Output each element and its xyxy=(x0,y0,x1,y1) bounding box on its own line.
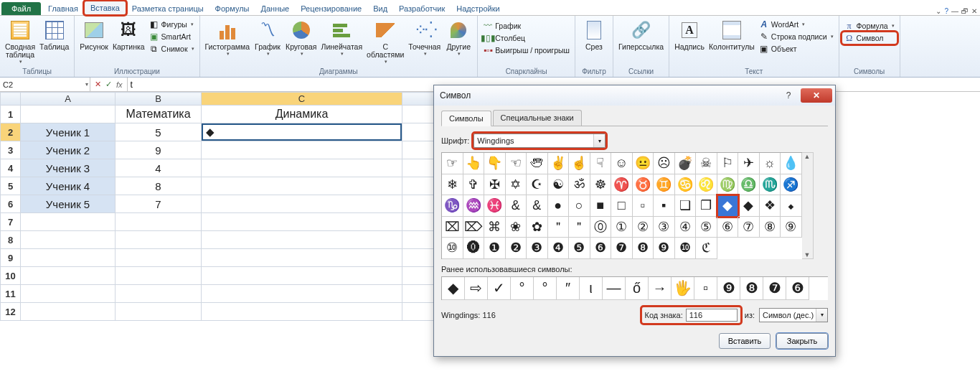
sparkline-winloss-button[interactable]: ▪▫▪Выигрыш / проигрыш xyxy=(481,45,572,56)
slicer-button[interactable]: Срез xyxy=(578,17,610,52)
char-cell[interactable]: ✌ xyxy=(548,153,570,174)
recent-char-cell[interactable]: ι xyxy=(580,277,603,300)
chart-scatter-button[interactable]: ⁘⁛Точечная▾ xyxy=(406,17,443,58)
char-cell[interactable]: ⬥ xyxy=(781,195,802,217)
cell-C9[interactable] xyxy=(202,249,402,267)
fx-icon[interactable]: fx xyxy=(116,80,123,89)
char-cell[interactable]: ⑨ xyxy=(781,217,802,238)
chart-area-button[interactable]: С областями▾ xyxy=(364,17,406,66)
char-cell[interactable]: & xyxy=(527,195,548,217)
dialog-tab-symbols[interactable]: Символы xyxy=(441,111,491,126)
char-cell[interactable]: ❼ xyxy=(611,238,633,259)
equation-button[interactable]: πФормула▾ xyxy=(842,20,897,32)
chart-pie-button[interactable]: Круговая▾ xyxy=(283,17,319,58)
char-cell[interactable]: ☞ xyxy=(442,153,463,174)
cell-C10[interactable] xyxy=(202,267,402,285)
char-cell[interactable]: ① xyxy=(611,217,633,238)
tab-view[interactable]: Вид xyxy=(367,2,393,15)
char-cell[interactable]: 👆 xyxy=(463,153,485,174)
chevron-down-icon[interactable]: ▾ xyxy=(816,309,827,322)
cell-C5[interactable] xyxy=(202,177,402,195)
row-header[interactable]: 5 xyxy=(1,177,21,195)
recent-char-cell[interactable]: ❻ xyxy=(786,277,809,300)
char-cell[interactable]: ⑤ xyxy=(696,217,717,238)
char-cell[interactable]: ❻ xyxy=(590,238,612,259)
char-cell[interactable]: ✡ xyxy=(506,174,527,196)
char-cell[interactable]: □ xyxy=(611,195,633,217)
cell-B9[interactable] xyxy=(116,249,202,267)
char-cell[interactable]: ❄ xyxy=(442,174,463,196)
char-cell[interactable]: ⌘ xyxy=(484,217,506,238)
dialog-close-icon[interactable]: ✕ xyxy=(801,88,832,103)
chart-line-button[interactable]: 〽График▾ xyxy=(252,17,283,58)
char-cell[interactable]: ❀ xyxy=(506,217,527,238)
recent-char-cell[interactable]: ❾ xyxy=(717,277,740,300)
chart-column-button[interactable]: Гистограмма▾ xyxy=(203,17,253,58)
headerfooter-button[interactable]: Колонтитулы xyxy=(707,17,757,52)
tab-developer[interactable]: Разработчик xyxy=(393,2,451,15)
char-cell[interactable]: ℭ xyxy=(696,238,717,259)
cell-A3[interactable]: Ученик 2 xyxy=(21,141,116,159)
char-cell[interactable]: ♓ xyxy=(484,195,506,217)
cell-B7[interactable] xyxy=(116,213,202,231)
recent-char-cell[interactable]: ⇨ xyxy=(465,277,488,300)
char-cell[interactable]: ② xyxy=(633,217,654,238)
enter-icon[interactable]: ✓ xyxy=(105,80,112,89)
char-cell[interactable]: ॐ xyxy=(569,174,590,196)
recent-char-cell[interactable]: ő xyxy=(626,277,649,300)
row-header[interactable]: 12 xyxy=(1,303,21,321)
symbol-button[interactable]: ΩСимвол xyxy=(842,32,897,44)
hyperlink-button[interactable]: 🔗Гиперссылка xyxy=(616,17,666,52)
row-header[interactable]: 11 xyxy=(1,285,21,303)
cell-A7[interactable] xyxy=(21,213,116,231)
file-tab[interactable]: Файл xyxy=(1,2,41,15)
char-cell[interactable]: ☯ xyxy=(548,174,570,196)
char-cell[interactable]: ✿ xyxy=(527,217,548,238)
char-cell[interactable]: ❿ xyxy=(675,238,697,259)
chart-other-button[interactable]: Другие▾ xyxy=(443,17,474,58)
char-cell[interactable]: ♐ xyxy=(781,174,802,196)
char-cell[interactable]: 🖑 xyxy=(527,153,548,174)
char-cell[interactable]: ♈ xyxy=(611,174,633,196)
char-cell[interactable]: ▫ xyxy=(633,195,654,217)
shapes-button[interactable]: ◧Фигуры▾ xyxy=(147,19,197,30)
cell-B1[interactable]: Математика xyxy=(116,106,202,123)
char-cell[interactable]: ❽ xyxy=(633,238,654,259)
cell-A5[interactable]: Ученик 4 xyxy=(21,177,116,195)
char-cell[interactable]: ⓿ xyxy=(463,238,485,259)
recent-char-cell[interactable]: ✓ xyxy=(488,277,511,300)
tab-home[interactable]: Главная xyxy=(42,2,84,15)
dialog-titlebar[interactable]: Символ ? ✕ xyxy=(434,85,835,106)
smartart-button[interactable]: ▣SmartArt xyxy=(147,31,197,42)
char-cell[interactable]: ♉ xyxy=(633,174,654,196)
tab-insert[interactable]: Вставка xyxy=(84,1,126,15)
row-header[interactable]: 3 xyxy=(1,141,21,159)
char-cell[interactable]: 💧 xyxy=(781,153,802,174)
cell-C12[interactable] xyxy=(202,303,402,321)
char-cell[interactable]: ☠ xyxy=(696,153,717,174)
cell-B3[interactable]: 9 xyxy=(116,141,202,159)
char-cell[interactable]: ♎ xyxy=(738,174,760,196)
window-minimize-icon[interactable]: — xyxy=(951,7,958,15)
tab-addins[interactable]: Надстройки xyxy=(451,2,505,15)
tab-formulas[interactable]: Формулы xyxy=(209,2,255,15)
recent-char-cell[interactable]: ❼ xyxy=(763,277,786,300)
char-cell[interactable]: ❹ xyxy=(548,238,570,259)
col-header-B[interactable]: B xyxy=(116,93,202,106)
tab-data[interactable]: Данные xyxy=(255,2,295,15)
recent-char-cell[interactable]: ❽ xyxy=(740,277,763,300)
dialog-tab-special[interactable]: Специальные знаки xyxy=(493,110,582,126)
char-cell[interactable]: ◆ xyxy=(738,195,760,217)
char-cell[interactable]: ⑦ xyxy=(738,217,760,238)
cell-A11[interactable] xyxy=(21,285,116,303)
char-scrollbar[interactable]: ▲▼ xyxy=(802,152,814,259)
row-header[interactable]: 8 xyxy=(1,231,21,249)
cell-A8[interactable] xyxy=(21,231,116,249)
char-cell[interactable]: ④ xyxy=(675,217,697,238)
char-cell[interactable]: ♊ xyxy=(654,174,675,196)
row-header[interactable]: 10 xyxy=(1,267,21,285)
cell-A9[interactable] xyxy=(21,249,116,267)
tab-pagelayout[interactable]: Разметка страницы xyxy=(126,2,209,15)
name-box[interactable]: C2▾ xyxy=(0,78,90,91)
char-cell[interactable]: 💣 xyxy=(675,153,697,174)
